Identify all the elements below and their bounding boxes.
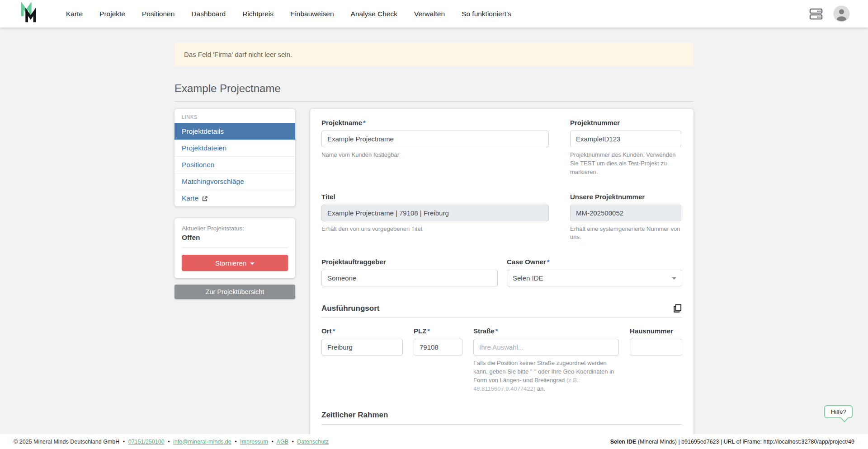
hausnummer-input[interactable] <box>630 339 682 355</box>
sidebar-item-karte[interactable]: Karte <box>175 190 295 206</box>
sidebar-item-label: Projektdetails <box>182 127 224 136</box>
required-marker: * <box>495 327 498 335</box>
server-stack-icon[interactable] <box>809 7 823 21</box>
required-marker: * <box>427 327 430 335</box>
titel-helper: Erhält den von uns vorgegebenen Titel. <box>321 225 549 234</box>
plz-label: PLZ* <box>414 327 462 335</box>
projektauftraggeber-input[interactable] <box>321 270 498 286</box>
label-text: Projektname <box>321 119 362 126</box>
nav-item-karte[interactable]: Karte <box>66 10 83 18</box>
page-title: Example Projectname <box>175 82 693 102</box>
projektnummer-helper: Projektnummer des Kunden. Verwenden Sie … <box>570 151 681 177</box>
copy-icon[interactable] <box>673 304 682 313</box>
strasse-helper: Falls die Position keiner Straße zugeord… <box>473 359 619 393</box>
footer-phone-link[interactable]: 07151/250100 <box>128 439 165 445</box>
strasse-label: Straße* <box>473 327 619 335</box>
chevron-down-icon <box>672 277 676 280</box>
footer-user: Selen IDE <box>610 439 637 445</box>
plz-field: PLZ* <box>414 327 462 393</box>
strasse-field: Straße* Falls die Position keiner Straße… <box>473 327 619 393</box>
case-owner-label: Case Owner* <box>507 258 682 266</box>
nav-item-analyse-check[interactable]: Analyse Check <box>351 10 397 18</box>
ort-input[interactable] <box>321 339 403 355</box>
projektname-input[interactable] <box>321 131 549 147</box>
required-marker: * <box>333 327 335 335</box>
brand-logo[interactable] <box>18 2 39 26</box>
zeitlicher-rahmen-title: Zeitlicher Rahmen <box>321 411 388 420</box>
validation-alert: Das Feld 'Firma' darf nicht leer sein. <box>175 43 693 66</box>
unsere-projektnummer-input <box>570 205 681 221</box>
overview-button-label: Zur Projektübersicht <box>206 288 264 295</box>
footer-session-info: Selen IDE (Mineral Minds) | b91695ed7623… <box>610 439 854 445</box>
case-owner-select[interactable]: Selen IDE <box>507 270 682 286</box>
links-card: LINKS Projektdetails Projektdateien Posi… <box>175 109 295 206</box>
ort-field: Ort* <box>321 327 403 393</box>
user-avatar-icon[interactable] <box>833 5 850 22</box>
sidebar-item-label: Projektdateien <box>182 144 226 152</box>
sidebar-item-projektdateien[interactable]: Projektdateien <box>175 140 295 156</box>
project-status-card: Aktueller Projektstatus: Offen Storniere… <box>175 218 295 278</box>
nav-item-richtpreis[interactable]: Richtpreis <box>242 10 274 18</box>
ausfuehrungsort-section-header: Ausführungsort <box>321 304 682 318</box>
nav-item-so-funktionierts[interactable]: So funktioniert's <box>462 10 511 18</box>
chevron-down-icon <box>250 262 255 265</box>
nav-item-einbauweisen[interactable]: Einbauweisen <box>290 10 334 18</box>
strasse-helper-suffix: an. <box>535 385 545 392</box>
footer-datenschutz-link[interactable]: Datenschutz <box>297 439 328 445</box>
help-button[interactable]: Hilfe? <box>824 405 853 418</box>
strasse-input[interactable] <box>473 339 619 355</box>
footer-left: © 2025 Mineral Minds Deutschland GmbH • … <box>14 439 329 445</box>
sidebar-item-label: Karte <box>182 194 198 202</box>
status-value: Offen <box>182 234 288 242</box>
footer-separator: • <box>168 439 170 445</box>
sidebar-item-label: Positionen <box>182 161 214 169</box>
sidebar-item-projektdetails[interactable]: Projektdetails <box>175 123 295 140</box>
footer-org: (Mineral Minds) <box>636 439 677 445</box>
links-card-header: LINKS <box>175 109 295 123</box>
titel-field: Titel Erhält den von uns vorgegebenen Ti… <box>321 193 549 242</box>
nav-item-dashboard[interactable]: Dashboard <box>191 10 226 18</box>
label-text: Straße <box>473 327 495 335</box>
project-details-form: Projektname* Name vom Kunden festlegbar … <box>310 109 693 434</box>
nav-item-verwalten[interactable]: Verwalten <box>414 10 445 18</box>
page-root: Karte Projekte Positionen Dashboard Rich… <box>0 0 868 449</box>
sidebar-item-positionen[interactable]: Positionen <box>175 156 295 173</box>
footer-email-link[interactable]: info@mineral-minds.de <box>173 439 231 445</box>
footer-impressum-link[interactable]: Impressum <box>240 439 268 445</box>
footer-agb-link[interactable]: AGB <box>277 439 288 445</box>
strasse-helper-main: Falls die Position keiner Straße zugeord… <box>473 360 614 384</box>
projektnummer-field: Projektnummer Projektnummer des Kunden. … <box>570 119 681 177</box>
unsere-projektnummer-helper: Erhält eine systemgenerierte Nummer von … <box>570 225 681 242</box>
required-marker: * <box>547 258 550 266</box>
unsere-projektnummer-field: Unsere Projektnummer Erhält eine systemg… <box>570 193 681 242</box>
sidebar-item-matchingvorschlaege[interactable]: Matchingvorschläge <box>175 173 295 190</box>
zur-projektuebersicht-button[interactable]: Zur Projektübersicht <box>175 285 295 299</box>
projektauftraggeber-label: Projektauftraggeber <box>321 258 498 266</box>
status-label: Aktueller Projektstatus: <box>182 225 288 232</box>
footer-session-details: | b91695ed7623 | URL of iFrame: http://l… <box>677 439 854 445</box>
nav-right-controls <box>809 5 850 22</box>
stornieren-button-label: Stornieren <box>215 259 246 267</box>
sidebar-item-label: Matchingvorschläge <box>182 178 244 186</box>
nav-item-projekte[interactable]: Projekte <box>99 10 125 18</box>
mineral-minds-logo-icon <box>18 2 39 26</box>
case-owner-field: Case Owner* Selen IDE <box>507 258 682 286</box>
plz-input[interactable] <box>414 339 462 355</box>
label-text: Ort <box>321 327 332 335</box>
stornieren-button[interactable]: Stornieren <box>182 255 288 271</box>
titel-label: Titel <box>321 193 549 201</box>
ort-label: Ort* <box>321 327 403 335</box>
label-text: PLZ <box>414 327 426 335</box>
hausnummer-label: Hausnummer <box>630 327 682 335</box>
footer-separator: • <box>235 439 236 445</box>
footer-separator: • <box>271 439 273 445</box>
projektname-label: Projektname* <box>321 119 549 126</box>
alert-message: Das Feld 'Firma' darf nicht leer sein. <box>184 51 292 58</box>
nav-item-positionen[interactable]: Positionen <box>142 10 175 18</box>
status-divider <box>182 248 288 248</box>
top-navigation: Karte Projekte Positionen Dashboard Rich… <box>0 0 868 28</box>
case-owner-selected-value: Selen IDE <box>513 274 543 282</box>
projektnummer-input[interactable] <box>570 131 681 147</box>
label-text: Case Owner <box>507 258 546 266</box>
main-menu: Karte Projekte Positionen Dashboard Rich… <box>66 10 511 18</box>
